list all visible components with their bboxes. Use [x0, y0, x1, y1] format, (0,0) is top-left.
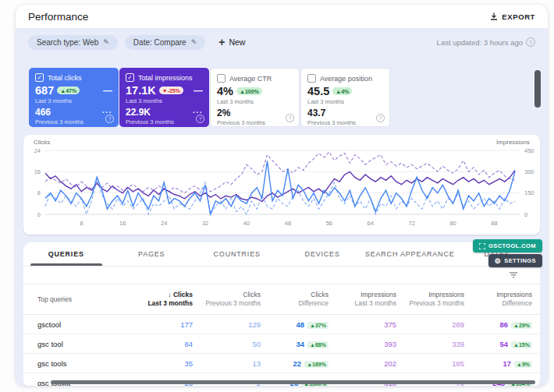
- performance-chart[interactable]: 0081501630024450816243240485664728088: [23, 146, 540, 233]
- table-row[interactable]: gsctool17712948▲37%37528986▲29%: [23, 315, 540, 334]
- column-header[interactable]: ImpressionsLast 3 months: [336, 291, 404, 308]
- column-header[interactable]: ClicksPrevious 3 months: [201, 291, 268, 308]
- last-updated-text: Last updated: 3 hours ago: [437, 38, 523, 47]
- line-style-icon: —: [103, 85, 112, 96]
- change-badge: ▲9%: [514, 361, 532, 368]
- filter-icon[interactable]: [509, 272, 518, 279]
- svg-text:300: 300: [524, 168, 534, 175]
- filter-chip-date[interactable]: Date: Compare ✎: [125, 35, 205, 50]
- clicks-current-cell: 35: [133, 359, 201, 368]
- svg-text:24: 24: [161, 220, 167, 227]
- change-badge: ▲68%: [307, 341, 328, 348]
- change-badge: ▲100%: [236, 87, 262, 95]
- help-icon[interactable]: ?: [105, 115, 114, 123]
- filter-bar: Search type: Web ✎ Date: Compare ✎ + New…: [16, 29, 548, 54]
- export-label: EXPORT: [502, 12, 535, 21]
- settings-button[interactable]: ⚙ SETTINGS: [488, 254, 542, 267]
- column-header[interactable]: ClicksDifference: [268, 291, 336, 308]
- checkbox-icon[interactable]: ✓: [35, 73, 44, 82]
- gear-icon: ⚙: [495, 258, 501, 264]
- expand-icon: [479, 243, 485, 249]
- clicks-difference-cell: 22▲169%: [268, 359, 336, 368]
- filter-chip-label: Date: Compare: [133, 38, 186, 47]
- horizontal-scrollbar[interactable]: [51, 380, 535, 384]
- change-badge: ▲37%: [307, 322, 328, 329]
- metric-period: Previous 3 months: [217, 119, 293, 126]
- change-badge: ▲4%: [332, 87, 352, 95]
- impressions-current-cell: 393: [336, 340, 404, 348]
- table-row[interactable]: gsc tools351322▲169%20218517▲9%: [23, 353, 540, 373]
- metric-period: Previous 3 months: [126, 118, 203, 125]
- impressions-current-cell: 375: [336, 320, 404, 329]
- metric-card-label: Average CTR: [229, 75, 272, 83]
- tab-countries[interactable]: COUNTRIES: [194, 242, 279, 266]
- metric-period: Last 3 months: [307, 98, 383, 105]
- gsctool-site-button[interactable]: GSCTOOL.COM: [473, 239, 542, 253]
- impressions-axis-label: Impressions: [496, 139, 530, 146]
- metric-period: Last 3 months: [35, 97, 112, 104]
- metric-value-previous: 466: [35, 107, 51, 118]
- checkbox-icon[interactable]: [217, 74, 226, 83]
- help-icon[interactable]: ?: [526, 37, 535, 47]
- chart-card: Clicks Impressions 008150163002445081624…: [23, 135, 540, 235]
- impressions-difference-cell: 54▲15%: [472, 340, 540, 348]
- metric-card-total-impressions[interactable]: ✓Total impressions17.1K▼-25%—Last 3 mont…: [119, 68, 209, 127]
- metric-card-average-position[interactable]: Average position45.5▲4%Last 3 months43.7…: [300, 68, 390, 127]
- tab-devices[interactable]: DEVICES: [279, 242, 364, 266]
- change-badge: ▲47%: [57, 87, 80, 94]
- clicks-current-cell: 177: [133, 320, 201, 329]
- help-icon[interactable]: ?: [286, 114, 294, 122]
- change-badge: ▲15%: [511, 341, 532, 348]
- svg-text:16: 16: [119, 220, 126, 227]
- svg-text:64: 64: [368, 220, 374, 227]
- impressions-difference-cell: 17▲9%: [472, 359, 540, 368]
- new-filter-button[interactable]: + New: [218, 37, 245, 47]
- table-header-row: Top queries↓ ClicksLast 3 monthsClicksPr…: [23, 284, 540, 315]
- metric-value: 45.5: [307, 85, 329, 97]
- download-icon: [490, 12, 498, 20]
- clicks-difference-cell: 34▲68%: [268, 340, 336, 348]
- change-badge: ▲29%: [511, 322, 532, 329]
- metric-value: 687: [35, 84, 54, 97]
- tab-queries[interactable]: QUERIES: [23, 242, 108, 266]
- checkbox-icon[interactable]: [307, 74, 316, 83]
- vertical-scrollbar[interactable]: [534, 70, 541, 108]
- clicks-axis-label: Clicks: [34, 139, 50, 146]
- change-badge: ▼-25%: [159, 87, 183, 94]
- table-tabs: QUERIESPAGESCOUNTRIESDEVICESSEARCH APPEA…: [23, 242, 540, 267]
- help-icon[interactable]: ?: [196, 115, 204, 123]
- column-header[interactable]: ImpressionsDifference: [472, 291, 540, 308]
- svg-text:150: 150: [524, 189, 534, 196]
- chart-line-impressions-previous-3-months: [45, 152, 515, 193]
- metric-card-total-clicks[interactable]: ✓Total clicks687▲47%—Last 3 months466···…: [29, 68, 119, 127]
- svg-text:48: 48: [285, 220, 291, 227]
- column-header[interactable]: ImpressionsPrevious 3 months: [404, 291, 472, 308]
- help-icon[interactable]: ?: [376, 114, 385, 122]
- metric-card-average-ctr[interactable]: Average CTR4%▲100%Last 3 months2%Previou…: [210, 68, 300, 127]
- impressions-previous-cell: 339: [404, 340, 472, 348]
- impressions-current-cell: 202: [336, 359, 404, 368]
- impressions-difference-cell: 86▲29%: [472, 320, 540, 329]
- svg-text:0: 0: [37, 211, 41, 218]
- metric-period: Previous 3 months: [35, 118, 112, 125]
- metric-card-label: Average position: [320, 75, 372, 83]
- svg-text:8: 8: [37, 189, 41, 196]
- svg-text:56: 56: [326, 220, 332, 227]
- page-header: Performance EXPORT: [16, 5, 548, 29]
- export-button[interactable]: EXPORT: [490, 12, 535, 21]
- clicks-previous-cell: 13: [201, 359, 268, 368]
- metric-cards: ✓Total clicks687▲47%—Last 3 months466···…: [29, 68, 548, 127]
- metric-period: Last 3 months: [126, 97, 203, 104]
- table-row[interactable]: gsc tool845034▲68%39333954▲15%: [23, 334, 540, 353]
- impressions-previous-cell: 185: [404, 359, 472, 368]
- query-cell: gsc tool: [23, 340, 133, 348]
- metric-period: Last 3 months: [217, 98, 293, 105]
- column-header[interactable]: ↓ ClicksLast 3 months: [133, 291, 201, 308]
- column-header[interactable]: Top queries: [23, 295, 133, 304]
- tab-search-appearance[interactable]: SEARCH APPEARANCE: [365, 242, 455, 266]
- checkbox-icon[interactable]: ✓: [126, 73, 134, 82]
- filter-chip-search-type[interactable]: Search type: Web ✎: [28, 35, 118, 50]
- query-cell: gsctool: [23, 320, 133, 329]
- tab-pages[interactable]: PAGES: [108, 242, 194, 266]
- overlay-buttons: GSCTOOL.COM ⚙ SETTINGS: [473, 239, 542, 267]
